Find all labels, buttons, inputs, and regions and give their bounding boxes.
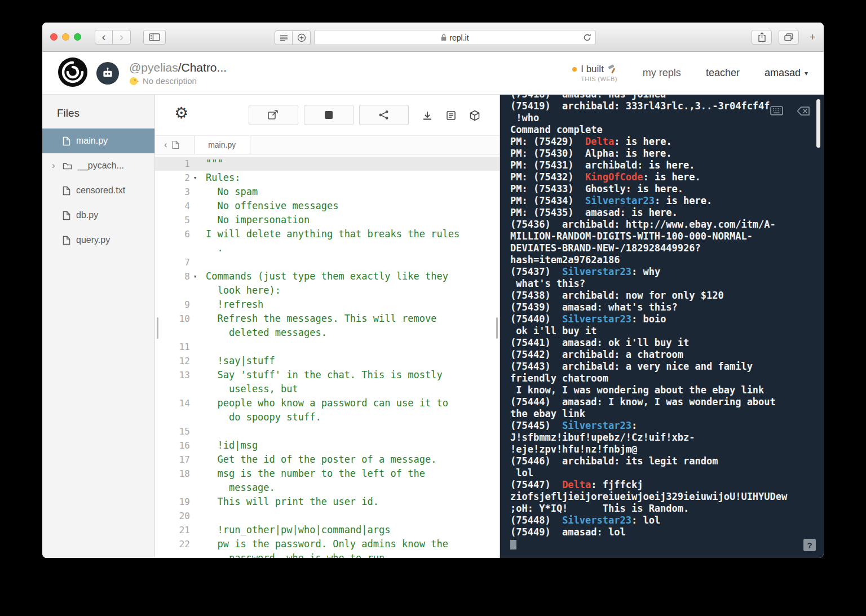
export-button[interactable] [249,105,298,125]
console-body: (75418) amasad: has joined(75419) archib… [510,95,807,549]
tab-main-py[interactable]: main.py [194,136,250,154]
code-row-16[interactable]: 16 !id|msg [155,438,500,453]
code-row-13[interactable]: useless, but [155,382,500,396]
built-with-badge[interactable]: I built THIS (WEB) [572,64,618,82]
line-number: 10 [155,312,190,326]
user-menu[interactable]: amasad ▾ [765,67,808,79]
code-row-15[interactable]: 15 [155,424,500,438]
file-name: main.py [76,136,108,146]
line-number [155,382,190,396]
settings-gear-button[interactable]: ⚙ [174,105,188,121]
packages-button[interactable] [470,110,480,123]
terminal-cursor-icon [510,540,516,549]
share-repl-button[interactable] [359,105,409,125]
code-row-4[interactable]: 4 No offensive messages [155,199,500,213]
code-row-22[interactable]: 22 pw is the password. Only admins know … [155,537,500,551]
code-row-17[interactable]: 17 Get the id of the poster of a message… [155,453,500,467]
nav-teacher[interactable]: teacher [706,67,740,79]
file-item-censored-txt[interactable]: censored.txt [42,178,154,203]
repl-title[interactable]: @pyelias/Chatro... [129,61,227,74]
stop-button[interactable] [304,105,354,125]
file-item-db-py[interactable]: db.py [42,203,154,228]
code-row-8[interactable]: 8▾Commands (just type them exactly like … [155,269,500,283]
tab-back-button[interactable]: ‹ [164,140,167,150]
code-editor[interactable]: 1"""2▾Rules:3 No spam4 No offensive mess… [155,154,500,558]
fold-spacer [190,467,200,481]
terminal-line: !who [510,112,807,124]
reload-button[interactable] [583,33,591,43]
code-row-8[interactable]: look here): [155,283,500,298]
terminal-line: (75449) amasad: lol [510,526,807,538]
terminal-line: the ebay link [510,408,807,420]
code-row-10[interactable]: 10 Refresh the messages. This will remov… [155,312,500,326]
minimize-window-button[interactable] [62,33,69,41]
fold-arrow-icon[interactable]: ▾ [190,171,200,185]
repl-description: No description [129,76,227,86]
code-row-13[interactable]: 13 Say 'stuff' in the chat. This is most… [155,368,500,382]
code-row-6[interactable]: . [155,241,500,255]
editor-scrollbar-right[interactable] [496,317,498,339]
avatar[interactable] [96,62,119,85]
code-row-9[interactable]: 9 !refresh [155,298,500,312]
clear-console-button[interactable] [797,107,810,118]
code-row-10[interactable]: deleted messages. [155,326,500,340]
code-row-19[interactable]: 19 This will print the user id. [155,495,500,509]
download-button[interactable] [422,110,432,123]
reading-list-button[interactable] [275,30,293,45]
code-row-1[interactable]: 1""" [155,157,500,171]
line-number: 9 [155,298,190,312]
file-item-main-py[interactable]: main.py [42,128,154,153]
code-row-7[interactable]: 7 [155,255,500,269]
replit-logo[interactable] [58,57,87,89]
sidebar-toggle-button[interactable] [143,30,166,45]
code-row-2[interactable]: 2▾Rules: [155,171,500,185]
file-item--pycach-[interactable]: ›__pycach... [42,153,154,178]
code-row-18[interactable]: 18 msg is the number to the left of the [155,467,500,481]
editor-toolbar: ⚙ [155,95,500,135]
code-row-20[interactable]: 20 [155,509,500,523]
terminal-line: (75445) Silverstar23: [510,420,807,432]
terminal-line: (75439) amasad: what's this? [510,302,807,313]
editor-scrollbar-left[interactable] [157,317,158,339]
file-tab-icon [172,140,179,149]
tab-overview-button[interactable] [779,30,799,45]
share-button[interactable] [752,30,772,45]
terminal-line: (75447) Delta: fjffckj [510,479,807,491]
fold-spacer [190,382,200,396]
new-tab-button[interactable]: + [806,30,819,45]
address-bar[interactable]: repl.it [314,30,596,45]
fold-spacer [190,368,200,382]
code-row-11[interactable]: 11 [155,340,500,354]
keyboard-shortcuts-button[interactable] [770,106,783,118]
console-help-button[interactable]: ? [803,539,816,551]
code-row-22[interactable]: password. who is who to run [155,551,500,558]
zoom-window-button[interactable] [74,33,81,41]
code-row-14[interactable]: do spoopy stuff. [155,410,500,424]
forward-button[interactable]: › [113,30,131,45]
terminal-line: what's this? [510,278,807,290]
fold-arrow-icon[interactable]: ▾ [190,269,200,283]
code-row-14[interactable]: 14 people who know a password can use it… [155,396,500,410]
back-button[interactable]: ‹ [95,30,113,45]
code-row-6[interactable]: 6I will delete anything that breaks the … [155,227,500,241]
sidebar-icon [149,33,160,41]
code-row-21[interactable]: 21 !run_other|pw|who|command|args [155,523,500,537]
code-row-3[interactable]: 3 No spam [155,185,500,199]
console-panel[interactable]: (75418) amasad: has joined(75419) archib… [500,95,824,558]
changelog-button[interactable] [446,110,456,123]
code-row-12[interactable]: 12 !say|stuff [155,354,500,368]
terminal-line: PM: (75434) Silverstar23: is here. [510,195,807,207]
line-number [155,326,190,340]
code-row-18[interactable]: message. [155,481,500,495]
code-row-5[interactable]: 5 No impersonation [155,213,500,227]
code-text [200,340,206,354]
close-window-button[interactable] [50,33,58,41]
console-scrollbar[interactable] [816,99,820,148]
code-text: pw is the password. Only admins know the [200,537,448,551]
code-text: people who know a password can use it to [200,396,448,410]
file-item-query-py[interactable]: query.py [42,228,154,252]
terminal-line: (75419) archibald: 333rl43rlc.,3..-3r04f… [510,100,807,112]
nav-my-repls[interactable]: my repls [643,67,681,79]
tabs-icon [784,33,793,41]
add-to-reading-list-button[interactable] [293,30,311,45]
